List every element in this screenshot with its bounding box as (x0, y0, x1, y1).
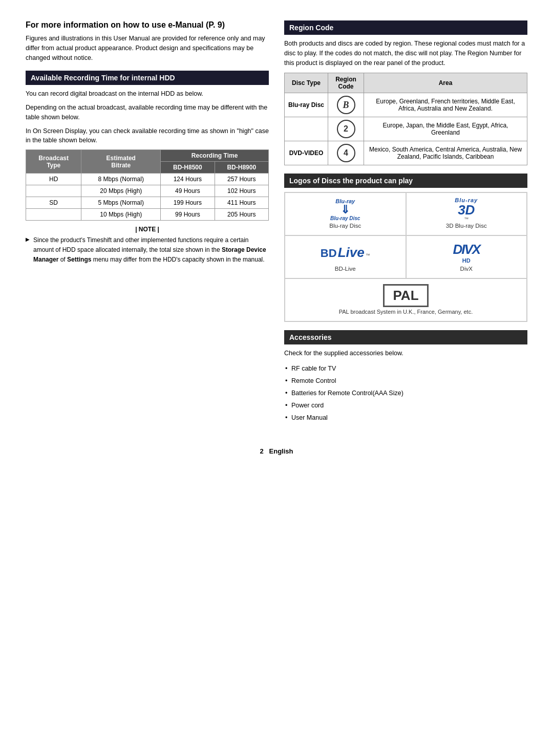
bluray-disc-logo: Blu-ray ⇓ Blu-ray Disc (330, 199, 360, 220)
cell-h8900: 257 Hours (215, 174, 268, 185)
cell-h8500: 199 Hours (161, 197, 215, 209)
table-row: HD8 Mbps (Normal)124 Hours257 Hours (26, 174, 269, 185)
logo-cell-pal: PAL PAL broadcast System in U.K., France… (285, 278, 527, 321)
left-column: For more information on how to use e-Man… (26, 20, 269, 432)
intro-body: Figures and illustrations in this User M… (26, 34, 269, 62)
accessories-section: Accessories Check for the supplied acces… (284, 330, 527, 424)
cell-h8500: 124 Hours (161, 174, 215, 185)
cell-bitrate: 10 Mbps (High) (81, 209, 161, 221)
bluray3d-3d-text: 3D (458, 203, 475, 217)
logo-cell-bluray3d: Blu-ray 3D ™ 3D Blu-ray Disc (406, 192, 527, 235)
logo-cell-bdlive: BD Live ™ BD-Live (285, 235, 406, 278)
bluray-disc-text: Blu-ray Disc (330, 215, 360, 221)
hdd-body3: In On Screen Display, you can check avai… (26, 126, 269, 146)
pal-box-text: PAL (383, 284, 428, 307)
table-header-bdh8900: BD-H8900 (215, 162, 268, 174)
region-code-section: Region Code Both products and discs are … (284, 20, 527, 165)
region-code-4: 4 (328, 141, 364, 165)
region-col-area: Area (364, 73, 527, 93)
footer-language: English (269, 447, 293, 455)
region-code-2: 2 (328, 117, 364, 141)
bluray-arrow-icon: ⇓ (341, 204, 350, 215)
note-title: | NOTE | (26, 226, 269, 233)
region-code-b: B (328, 93, 364, 117)
cell-type (26, 209, 81, 221)
cell-type: HD (26, 174, 81, 185)
recording-time-table: BroadcastType EstimatedBitrate Recording… (26, 149, 269, 221)
bdlive-logo: BD Live ™ (321, 242, 370, 263)
cell-h8900: 411 Hours (215, 197, 268, 209)
cell-h8900: 102 Hours (215, 185, 268, 197)
table-header-recording-time: Recording Time (161, 150, 269, 162)
divx-label: DivX (460, 266, 473, 272)
region-disc-dvd-empty (285, 117, 328, 141)
cell-h8500: 99 Hours (161, 209, 215, 221)
region-area-2: Europe, Japan, the Middle East, Egypt, A… (364, 117, 527, 141)
list-item: Power cord (284, 399, 527, 412)
region-row-bluray: Blu-ray Disc B Europe, Greenland, French… (285, 93, 527, 117)
pal-area-text: PAL broadcast System in U.K., France, Ge… (339, 309, 473, 315)
region-col-code: RegionCode (328, 73, 364, 93)
logo-cell-bluray: Blu-ray ⇓ Blu-ray Disc Blu-ray Disc (285, 192, 406, 235)
right-column: Region Code Both products and discs are … (284, 20, 527, 432)
table-row: 10 Mbps (High)99 Hours205 Hours (26, 209, 269, 221)
list-item: RF cable for TV (284, 362, 527, 375)
region-disc-dvdvideo: DVD-VIDEO (285, 141, 328, 165)
table-header-bdh8500: BD-H8500 (161, 162, 215, 174)
region-col-disc-type: Disc Type (285, 73, 328, 93)
divx-hd-text: HD (462, 257, 471, 264)
logo-cell-divx: DIVX HD DivX (406, 235, 527, 278)
logos-grid: Blu-ray ⇓ Blu-ray Disc Blu-ray Disc Blu-… (284, 192, 527, 322)
accessories-title: Accessories (284, 330, 527, 344)
hdd-section-title: Available Recording Time for internal HD… (26, 71, 269, 85)
cell-bitrate: 8 Mbps (Normal) (81, 174, 161, 185)
table-header-bitrate: EstimatedBitrate (81, 150, 161, 174)
accessories-intro: Check for the supplied accessories below… (284, 349, 527, 358)
table-row: 20 Mbps (High)49 Hours102 Hours (26, 185, 269, 197)
list-item: User Manual (284, 412, 527, 424)
logos-section: Logos of Discs the product can play Blu-… (284, 174, 527, 322)
pal-logo: PAL (383, 285, 428, 306)
hdd-section: Available Recording Time for internal HD… (26, 71, 269, 265)
note-bold-settings: Settings (67, 256, 91, 263)
page-number: 2 (260, 447, 263, 455)
intro-section: For more information on how to use e-Man… (26, 20, 269, 62)
note-text: Since the product's Timeshift and other … (26, 235, 269, 265)
table-header-broadcast: BroadcastType (26, 150, 81, 174)
region-table: Disc Type RegionCode Area Blu-ray Disc B… (284, 73, 527, 165)
cell-bitrate: 5 Mbps (Normal) (81, 197, 161, 209)
bluray3d-tm: ™ (464, 217, 469, 222)
bluray3d-label: 3D Blu-ray Disc (446, 223, 487, 229)
region-intro: Both products and discs are coded by reg… (284, 39, 527, 68)
page-layout: For more information on how to use e-Man… (26, 20, 527, 432)
page-footer: 2 English (26, 447, 527, 455)
bluray3d-logo: Blu-ray 3D ™ (455, 199, 478, 220)
cell-h8900: 205 Hours (215, 209, 268, 221)
logos-title: Logos of Discs the product can play (284, 174, 527, 188)
bdlive-tm: ™ (366, 253, 370, 258)
region-code-title: Region Code (284, 20, 527, 35)
region-row-dvd-2: 2 Europe, Japan, the Middle East, Egypt,… (285, 117, 527, 141)
region-area-4: Mexico, South America, Central America, … (364, 141, 527, 165)
cell-bitrate: 20 Mbps (High) (81, 185, 161, 197)
live-text: Live (338, 245, 365, 261)
accessories-list: RF cable for TVRemote ControlBatteries f… (284, 362, 527, 424)
cell-type (26, 185, 81, 197)
cell-type: SD (26, 197, 81, 209)
cell-h8500: 49 Hours (161, 185, 215, 197)
divx-text: DIVX (453, 242, 480, 257)
region-area-b: Europe, Greenland, French territories, M… (364, 93, 527, 117)
region-row-dvd-4: DVD-VIDEO 4 Mexico, South America, Centr… (285, 141, 527, 165)
bluray-label: Blu-ray Disc (329, 223, 361, 229)
bd-text: BD (321, 247, 337, 260)
hdd-body1: You can record digital broadcast on the … (26, 89, 269, 99)
intro-title: For more information on how to use e-Man… (26, 20, 269, 30)
hdd-body2: Depending on the actual broadcast, avail… (26, 103, 269, 122)
divx-logo: DIVX HD (453, 242, 480, 263)
bdlive-label: BD-Live (335, 266, 356, 272)
list-item: Remote Control (284, 375, 527, 387)
region-disc-bluray: Blu-ray Disc (285, 93, 328, 117)
list-item: Batteries for Remote Control(AAA Size) (284, 387, 527, 399)
table-row: SD5 Mbps (Normal)199 Hours411 Hours (26, 197, 269, 209)
note-section: | NOTE | Since the product's Timeshift a… (26, 226, 269, 265)
